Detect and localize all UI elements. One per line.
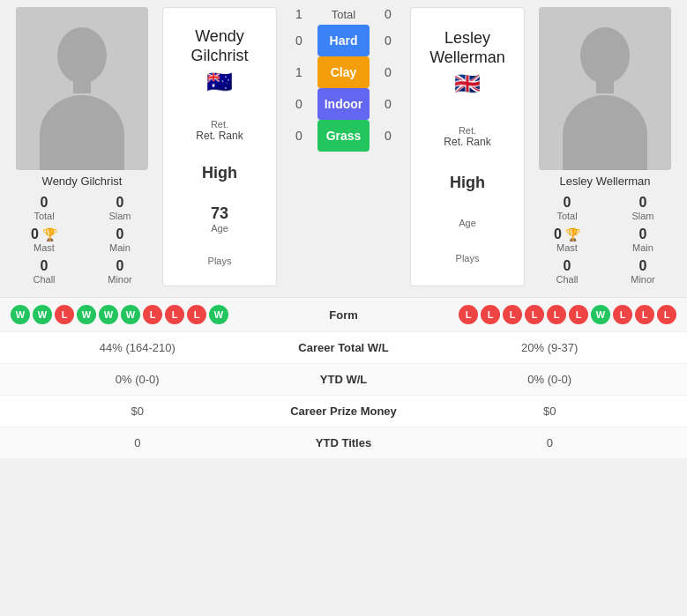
right-chall-value: 0 <box>532 258 602 274</box>
bottom-section: WWLWWWLLLW Form LLLLLLWLLL 44% (164-210)… <box>0 297 687 459</box>
left-main-value: 0 <box>85 226 155 242</box>
court-score-right: 0 <box>375 33 401 48</box>
left-player-name-below: Wendy Gilchrist <box>42 174 123 188</box>
left-total-label: Total <box>9 211 79 221</box>
left-minor-label: Minor <box>85 274 155 285</box>
stats-right-0: 20% (9-37) <box>423 341 677 354</box>
left-high-item: High <box>202 164 237 182</box>
right-total-value: 0 <box>532 195 602 211</box>
court-badge-hard: Hard <box>317 25 370 56</box>
left-player-card: Wendy Gilchrist 0 Total 0 Slam 0 🏆 Mast <box>7 7 157 286</box>
svg-rect-9 <box>563 135 647 170</box>
form-badge-left-0: W <box>11 305 30 324</box>
left-age-label: Age <box>211 223 228 234</box>
svg-point-6 <box>580 27 630 84</box>
court-badge-grass: Grass <box>317 120 370 152</box>
right-player-stats: 0 Total 0 Slam 0 🏆 Mast 0 Main <box>530 193 680 286</box>
right-info-box: Lesley Wellerman 🇬🇧 Ret. Ret. Rank High … <box>410 7 525 286</box>
stats-left-2: $0 <box>11 404 265 418</box>
form-badge-left-6: L <box>143 305 162 324</box>
stats-left-1: 0% (0-0) <box>11 373 265 386</box>
form-badge-left-2: L <box>55 305 74 324</box>
right-chall-cell: 0 Chall <box>530 256 604 286</box>
left-plays-item: Plays <box>208 256 232 266</box>
left-plays-label: Plays <box>208 256 232 266</box>
right-plays-item: Plays <box>456 253 480 263</box>
left-mast-label: Mast <box>9 242 79 253</box>
right-minor-value: 0 <box>608 258 678 274</box>
form-badge-right-4: L <box>547 305 566 324</box>
right-main-value: 0 <box>608 226 678 242</box>
form-badge-left-9: W <box>209 305 228 324</box>
left-age-item: 73 Age <box>211 204 228 234</box>
right-ret-label: Ret. <box>444 125 490 136</box>
left-slam-cell: 0 Slam <box>83 193 157 223</box>
form-badge-right-6: W <box>591 305 610 324</box>
form-badge-right-3: L <box>525 305 544 324</box>
form-badge-right-0: L <box>459 305 478 324</box>
court-score-left: 0 <box>286 33 312 48</box>
left-slam-value: 0 <box>85 195 155 211</box>
svg-rect-4 <box>40 135 124 170</box>
left-high-value: High <box>202 164 237 182</box>
right-total-label: Total <box>532 211 602 221</box>
left-info-box: Wendy Gilchrist 🇦🇺 Ret. Ret. Rank High 7… <box>162 7 277 286</box>
right-slam-cell: 0 Slam <box>606 193 680 223</box>
court-badge-indoor: Indoor <box>317 88 370 120</box>
court-score-left: 1 <box>286 65 312 79</box>
court-score-left: 0 <box>286 129 312 143</box>
right-player-name-below: Lesley Wellerman <box>559 174 650 188</box>
court-score-right: 0 <box>375 129 401 143</box>
left-name-flag: Wendy Gilchrist 🇦🇺 <box>190 27 248 93</box>
form-badge-right-1: L <box>481 305 500 324</box>
court-row-indoor: 0 Indoor 0 <box>286 88 401 120</box>
right-minor-label: Minor <box>608 274 678 285</box>
court-row-clay: 1 Clay 0 <box>286 56 401 88</box>
left-ret-label: Ret. <box>196 119 243 130</box>
form-badge-right-5: L <box>569 305 588 324</box>
form-badges-left: WWLWWWLLLW <box>11 305 291 324</box>
stats-right-2: $0 <box>423 404 677 418</box>
right-rank-item: Ret. Ret. Rank <box>444 125 490 148</box>
right-age-item: Age <box>459 218 476 228</box>
form-badge-right-9: L <box>657 305 676 324</box>
stats-row-2: $0 Career Prize Money $0 <box>0 396 687 427</box>
stats-rows: 44% (164-210) Career Total W/L 20% (9-37… <box>0 332 687 459</box>
right-trophy-icon: 🏆 <box>565 227 580 241</box>
stats-right-3: 0 <box>423 436 677 449</box>
right-mast-cell: 0 🏆 Mast <box>530 225 604 255</box>
left-minor-value: 0 <box>85 258 155 274</box>
left-age-value: 73 <box>211 204 228 223</box>
right-total-cell: 0 Total <box>530 193 604 223</box>
total-score-label: Total <box>312 8 375 21</box>
left-chall-label: Chall <box>9 274 79 285</box>
stats-row-1: 0% (0-0) YTD W/L 0% (0-0) <box>0 364 687 396</box>
stats-center-label-2: Career Prize Money <box>265 404 423 418</box>
court-score-left: 0 <box>286 97 312 111</box>
right-chall-label: Chall <box>532 274 602 285</box>
left-rank-label: Ret. Rank <box>196 130 243 142</box>
right-slam-label: Slam <box>608 211 678 221</box>
stats-left-3: 0 <box>11 436 265 449</box>
left-total-value: 0 <box>9 195 79 211</box>
form-row: WWLWWWLLLW Form LLLLLLWLLL <box>0 298 687 332</box>
total-score-row: 1 Total 0 <box>286 7 401 21</box>
stats-row-3: 0 YTD Titles 0 <box>0 427 687 459</box>
total-score-left: 1 <box>286 7 312 21</box>
form-badge-left-8: L <box>187 305 206 324</box>
right-minor-cell: 0 Minor <box>606 256 680 286</box>
stats-left-0: 44% (164-210) <box>11 341 265 354</box>
right-mast-label: Mast <box>532 242 602 253</box>
right-age-label: Age <box>459 218 476 228</box>
left-chall-cell: 0 Chall <box>7 256 81 286</box>
left-trophy-icon: 🏆 <box>42 227 57 241</box>
right-plays-label: Plays <box>456 253 480 263</box>
left-main-cell: 0 Main <box>83 225 157 255</box>
left-slam-label: Slam <box>85 211 155 221</box>
court-row-grass: 0 Grass 0 <box>286 120 401 152</box>
right-high-value: High <box>450 174 485 192</box>
left-total-cell: 0 Total <box>7 193 81 223</box>
form-badges-right: LLLLLLWLLL <box>397 305 677 324</box>
svg-point-1 <box>57 27 107 84</box>
form-badge-right-2: L <box>503 305 522 324</box>
